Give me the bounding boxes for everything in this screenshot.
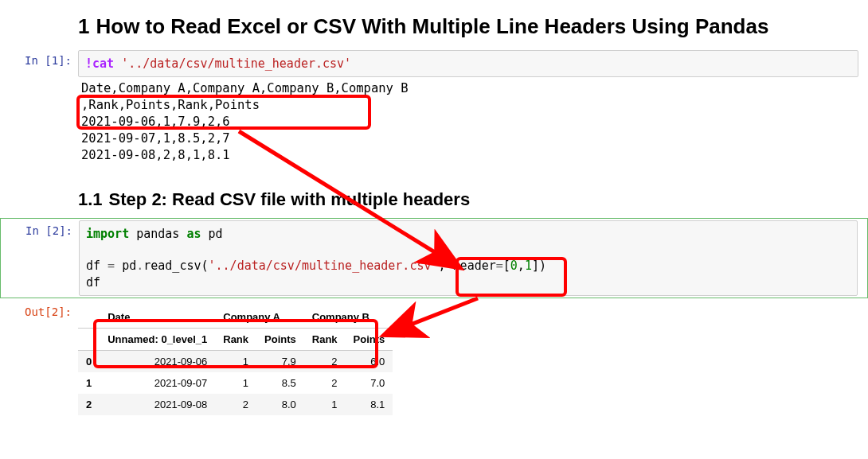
prompt-in-2: In [2]: <box>1 220 79 237</box>
output-dataframe: Date Company A Company B Unnamed: 0_leve… <box>78 306 393 415</box>
table-row: 2 2021-09-08 2 8.0 1 8.1 <box>78 394 393 415</box>
heading-2-text: Step 2: Read CSV file with multiple head… <box>109 189 471 209</box>
table-row: 1 2021-09-07 1 8.5 2 7.0 <box>78 372 393 394</box>
selected-cell: In [2]: import pandas as pd df = pd.read… <box>0 218 868 298</box>
heading-1-text: How to Read Excel or CSV With Multiple L… <box>96 14 768 38</box>
heading-2: 1.1Step 2: Read CSV file with multiple h… <box>78 189 858 210</box>
cell-1-output: Date,Company A,Company A,Company B,Compa… <box>78 77 858 164</box>
prompt-out-2: Out[2]: <box>0 301 78 318</box>
heading-1: 1How to Read Excel or CSV With Multiple … <box>78 14 858 39</box>
code-cell-1[interactable]: !cat '../data/csv/multine_header.csv' <box>78 50 858 77</box>
table-header-sub: Unnamed: 0_level_1 Rank Points Rank Poin… <box>78 328 393 350</box>
heading-1-num: 1 <box>78 14 89 38</box>
heading-2-num: 1.1 <box>78 189 103 209</box>
table-header-top: Date Company A Company B <box>78 306 393 329</box>
prompt-in-1: In [1]: <box>0 50 78 67</box>
bang-cat: !cat <box>85 56 121 71</box>
cat-path: '../data/csv/multine_header.csv' <box>121 56 351 71</box>
table-row: 0 2021-09-06 1 7.9 2 6.0 <box>78 350 393 372</box>
code-cell-2[interactable]: import pandas as pd df = pd.read_csv('..… <box>79 220 858 296</box>
